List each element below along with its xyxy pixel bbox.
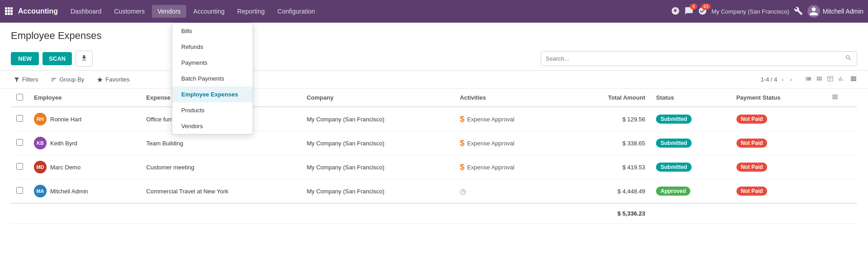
svg-rect-5 xyxy=(10,10,13,12)
row-checkbox[interactable] xyxy=(16,139,23,146)
payment-status-badge: Not Paid xyxy=(736,115,768,124)
user-menu[interactable]: Mitchell Admin xyxy=(807,5,863,18)
pagination-info: 1-4 / 4 xyxy=(760,76,777,83)
col-settings[interactable] xyxy=(826,89,857,107)
col-total-amount[interactable]: Total Amount xyxy=(567,89,651,107)
svg-rect-4 xyxy=(8,10,10,12)
search-bar[interactable] xyxy=(541,51,857,66)
search-icon[interactable] xyxy=(845,54,852,63)
svg-rect-3 xyxy=(5,10,7,12)
filters-label: Filters xyxy=(22,76,38,83)
activity-dollar-icon: $ xyxy=(460,139,464,148)
row-actions-cell xyxy=(826,179,857,204)
dropdown-item-employee-expenses[interactable]: Employee Expenses xyxy=(172,86,253,102)
activities-cell[interactable]: $ Expense Approval xyxy=(454,131,567,155)
svg-rect-8 xyxy=(10,13,13,15)
activities-cell[interactable]: ◷ xyxy=(454,179,567,204)
chat-badge: 4 xyxy=(690,4,697,10)
activities-cell[interactable]: $ Expense Approval xyxy=(454,107,567,131)
col-employee[interactable]: Employee xyxy=(28,89,141,107)
dropdown-item-products[interactable]: Products xyxy=(172,102,253,118)
expense-report-cell[interactable]: Commercial Travel at New York xyxy=(141,179,302,204)
app-brand[interactable]: Accounting xyxy=(18,7,58,15)
search-input[interactable] xyxy=(546,55,845,62)
row-checkbox[interactable] xyxy=(16,115,23,122)
col-status[interactable]: Status xyxy=(651,89,731,107)
activity-label: Expense Approval xyxy=(467,164,514,171)
employee-cell[interactable]: MA Mitchell Admin xyxy=(28,179,141,204)
dropdown-item-vendors[interactable]: Vendors xyxy=(172,118,253,134)
row-actions-cell xyxy=(826,107,857,131)
dropdown-item-payments[interactable]: Payments xyxy=(172,55,253,71)
col-checkbox xyxy=(11,89,28,107)
vendors-dropdown: Bills Refunds Payments Batch Payments Em… xyxy=(172,23,253,134)
nav-item-customers[interactable]: Customers xyxy=(109,5,151,18)
chart-view-icon[interactable] xyxy=(837,75,844,84)
total-amount: $ 5,336.23 xyxy=(567,203,651,224)
svg-rect-1 xyxy=(8,7,10,10)
favorites-button[interactable]: Favorites xyxy=(94,74,132,85)
activity-dollar-icon: $ xyxy=(460,115,464,124)
groupby-button[interactable]: Group By xyxy=(48,74,87,85)
sub-header: Employee Expenses xyxy=(0,23,868,42)
total-row: $ 5,336.23 xyxy=(11,203,857,224)
row-actions-cell xyxy=(826,131,857,155)
table-row: MA Mitchell Admin Commercial Travel at N… xyxy=(11,179,857,204)
status-cell: Submitted xyxy=(651,131,731,155)
col-activities[interactable]: Activities xyxy=(454,89,567,107)
scan-button[interactable]: SCAN xyxy=(42,52,72,65)
employee-name: Marc Demo xyxy=(50,164,80,171)
pagination-next[interactable]: › xyxy=(788,75,794,84)
chat-icon[interactable]: 4 xyxy=(684,6,693,17)
payment-status-badge: Not Paid xyxy=(736,139,768,148)
employee-cell[interactable]: KB Keith Byrd xyxy=(28,131,141,155)
new-button[interactable]: NEW xyxy=(11,52,39,65)
col-company[interactable]: Company xyxy=(301,89,454,107)
svg-rect-7 xyxy=(8,13,10,15)
list-view-icon[interactable] xyxy=(805,75,812,84)
company-cell: My Company (San Francisco) xyxy=(301,131,454,155)
nav-item-dashboard[interactable]: Dashboard xyxy=(65,5,107,18)
row-checkbox[interactable] xyxy=(16,163,23,170)
support-icon[interactable] xyxy=(671,6,680,17)
select-all-checkbox[interactable] xyxy=(16,94,23,101)
expense-report-cell[interactable]: Team Building xyxy=(141,131,302,155)
pagination-prev[interactable]: ‹ xyxy=(780,75,785,84)
company-name: My Company (San Francisco) xyxy=(712,8,789,15)
col-payment-status[interactable]: Payment Status xyxy=(731,89,826,107)
activities-cell[interactable]: $ Expense Approval xyxy=(454,155,567,179)
expense-report-cell[interactable]: Customer meeting xyxy=(141,155,302,179)
nav-item-configuration[interactable]: Configuration xyxy=(272,5,321,18)
amount-cell: $ 4,448.49 xyxy=(567,179,651,204)
employee-cell[interactable]: RH Ronnie Hart xyxy=(28,107,141,131)
activity-icon[interactable]: 43 xyxy=(698,6,707,17)
nav-item-vendors[interactable]: Vendors xyxy=(152,5,186,18)
filters-button[interactable]: Filters xyxy=(11,74,41,85)
dropdown-item-refunds[interactable]: Refunds xyxy=(172,39,253,55)
payment-status-cell: Not Paid xyxy=(731,131,826,155)
expenses-table-container: Employee Expense Report Company Activiti… xyxy=(0,89,868,224)
pivot-view-icon[interactable] xyxy=(826,75,834,84)
row-checkbox[interactable] xyxy=(16,187,23,194)
upload-button[interactable] xyxy=(75,51,93,67)
amount-cell: $ 129.56 xyxy=(567,107,651,131)
card-view-icon[interactable] xyxy=(816,75,823,84)
employee-avatar: MA xyxy=(34,185,47,197)
nav-item-reporting[interactable]: Reporting xyxy=(232,5,270,18)
employee-name: Mitchell Admin xyxy=(50,188,88,195)
row-actions-cell xyxy=(826,155,857,179)
dropdown-item-bills[interactable]: Bills xyxy=(172,23,253,39)
svg-rect-6 xyxy=(5,13,7,15)
dropdown-item-batch-payments[interactable]: Batch Payments xyxy=(172,71,253,86)
settings-icon[interactable] xyxy=(794,6,803,17)
status-badge: Submitted xyxy=(656,115,692,124)
nav-item-accounting[interactable]: Accounting xyxy=(188,5,230,18)
adjust-columns-icon[interactable] xyxy=(850,75,857,84)
groupby-label: Group By xyxy=(59,76,84,83)
activity-badge: 43 xyxy=(701,4,711,10)
row-checkbox-cell xyxy=(11,155,28,179)
employee-cell[interactable]: MD Marc Demo xyxy=(28,155,141,179)
table-row: RH Ronnie Hart Office furniture My Compa… xyxy=(11,107,857,131)
activity-clock-icon: ◷ xyxy=(460,187,466,196)
apps-grid-icon[interactable] xyxy=(5,7,13,16)
